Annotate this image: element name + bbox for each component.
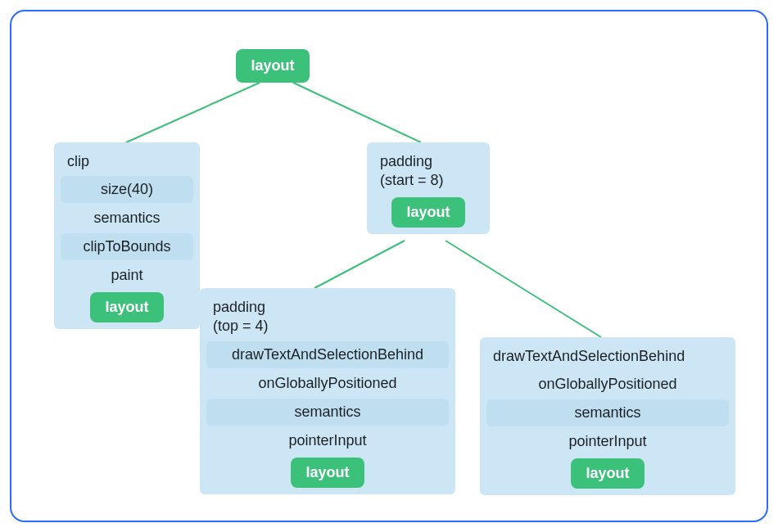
padding-word: padding (380, 153, 432, 169)
drawtext-label: drawTextAndSelectionBehind (485, 342, 731, 369)
drawtext-label: drawTextAndSelectionBehind (206, 341, 449, 368)
padding-arg: (start = 8) (380, 172, 444, 188)
padding-start-label: padding (start = 8) (372, 147, 485, 194)
padding-top-text-stack: padding (top = 4) drawTextAndSelectionBe… (200, 288, 455, 494)
size-label: size(40) (61, 176, 193, 203)
diagram-frame: layout clip size(40) semantics clipToBou… (10, 10, 768, 522)
svg-line-0 (126, 83, 260, 142)
cliptobounds-label: clipToBounds (61, 233, 193, 260)
svg-line-2 (314, 241, 405, 288)
clip-label: clip (59, 147, 195, 174)
svg-line-1 (293, 83, 421, 142)
clip-modifier-stack: clip size(40) semantics clipToBounds pai… (54, 142, 200, 329)
semantics-label: semantics (61, 205, 193, 232)
ongloballypositioned-label: onGloballyPositioned (486, 371, 729, 398)
layout-node: layout (571, 458, 644, 489)
paint-label: paint (61, 262, 193, 289)
ongloballypositioned-label: onGloballyPositioned (206, 370, 449, 397)
padding-top-label: padding (top = 4) (205, 293, 450, 340)
padding-word: padding (213, 299, 265, 315)
layout-node: layout (291, 458, 364, 488)
padding-arg: (top = 4) (213, 318, 269, 334)
root-layout-node: layout (236, 49, 310, 83)
svg-line-3 (446, 241, 601, 337)
layout-node: layout (90, 292, 163, 322)
padding-start-stack: padding (start = 8) layout (367, 142, 490, 234)
layout-node: layout (391, 197, 464, 228)
semantics-label: semantics (486, 399, 729, 426)
semantics-label: semantics (206, 399, 449, 426)
text-stack: drawTextAndSelectionBehind onGloballyPos… (480, 337, 735, 495)
pointerinput-label: pointerInput (486, 428, 729, 455)
pointerinput-label: pointerInput (206, 427, 449, 454)
